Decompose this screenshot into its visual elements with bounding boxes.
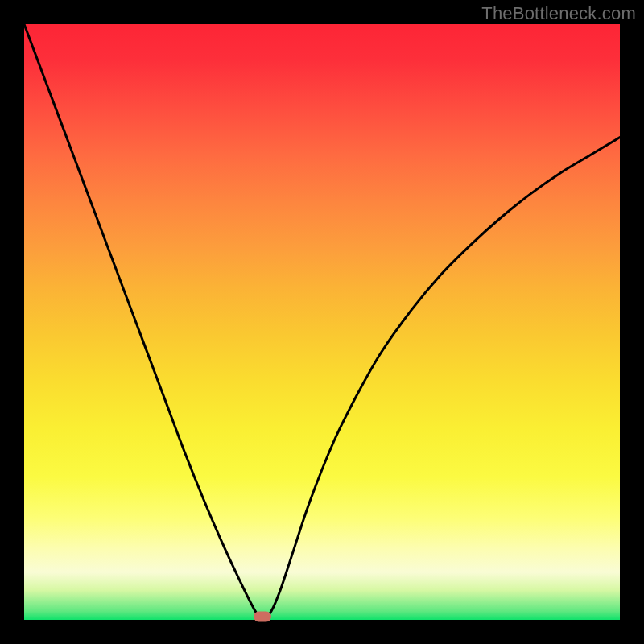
bottleneck-curve [24,24,620,620]
curve-svg [24,24,620,620]
watermark-text: TheBottleneck.com [481,3,636,24]
plot-frame [24,24,620,620]
minimum-marker [254,612,271,622]
